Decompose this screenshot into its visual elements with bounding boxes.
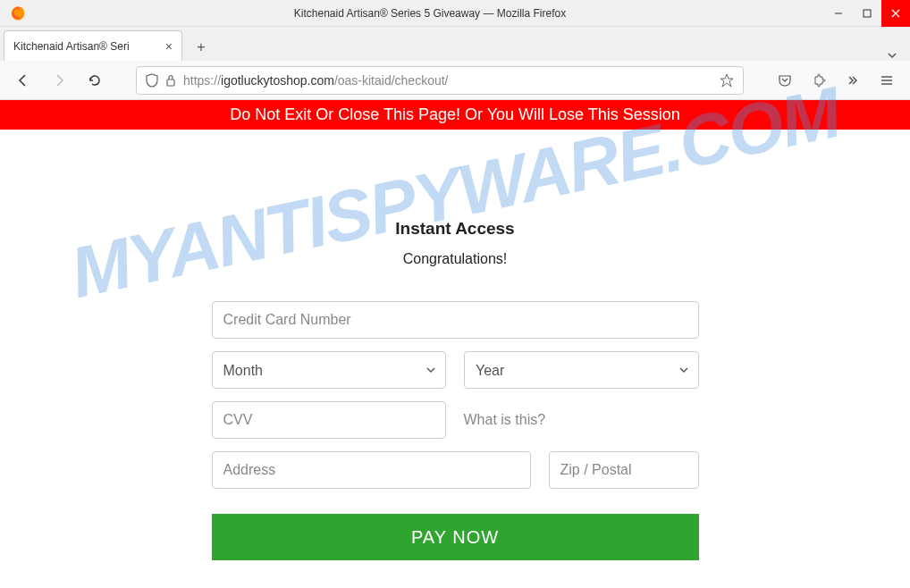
pocket-icon[interactable] [772,68,797,93]
menu-icon[interactable] [874,68,899,93]
what-is-this-link[interactable]: What is this? [464,412,546,428]
page-subheading: Congratulations! [403,251,508,267]
browser-tab[interactable]: Kitchenaid Artisan® Seri × [4,30,182,61]
close-button[interactable] [881,0,910,27]
window-titlebar: Kitchenaid Artisan® Series 5 Giveaway — … [0,0,910,27]
address-input[interactable] [212,451,531,489]
back-button[interactable] [11,68,36,93]
forward-button[interactable] [46,68,72,93]
zip-input[interactable] [549,451,699,489]
window-controls [824,0,910,27]
svg-rect-5 [167,80,174,86]
warning-banner: Do Not Exit Or Close This Page! Or You W… [0,100,910,130]
tab-title: Kitchenaid Artisan® Seri [13,40,158,53]
window-title: Kitchenaid Artisan® Series 5 Giveaway — … [36,7,824,20]
tab-bar: Kitchenaid Artisan® Seri × + [0,27,910,61]
shield-icon[interactable] [146,73,158,88]
page-heading: Instant Access [395,219,514,239]
extensions-icon[interactable] [806,68,831,93]
maximize-button[interactable] [853,0,881,27]
reload-button[interactable] [82,68,107,93]
url-text: https://igotluckytoshop.com/oas-kitaid/c… [183,73,712,88]
cvv-input[interactable] [212,401,446,439]
toolbar-right [772,68,899,93]
card-number-input[interactable] [212,301,699,339]
payment-form: Month Year What is this? PAY NOW [212,301,699,560]
overflow-icon[interactable] [840,68,865,93]
firefox-logo-container [0,5,36,21]
browser-toolbar: https://igotluckytoshop.com/oas-kitaid/c… [0,61,910,100]
page-content: Instant Access Congratulations! Month Ye… [0,130,910,560]
year-select[interactable]: Year [464,351,699,389]
bookmark-star-icon[interactable] [720,73,734,88]
lock-icon[interactable] [165,74,176,87]
tab-list-dropdown-icon[interactable] [887,50,897,61]
month-select[interactable]: Month [212,351,447,389]
new-tab-button[interactable]: + [188,34,215,61]
url-bar[interactable]: https://igotluckytoshop.com/oas-kitaid/c… [136,66,744,95]
pay-now-button[interactable]: PAY NOW [212,514,699,560]
firefox-icon [10,5,26,21]
tab-close-icon[interactable]: × [165,39,173,54]
svg-rect-2 [864,10,871,17]
minimize-button[interactable] [824,0,853,27]
